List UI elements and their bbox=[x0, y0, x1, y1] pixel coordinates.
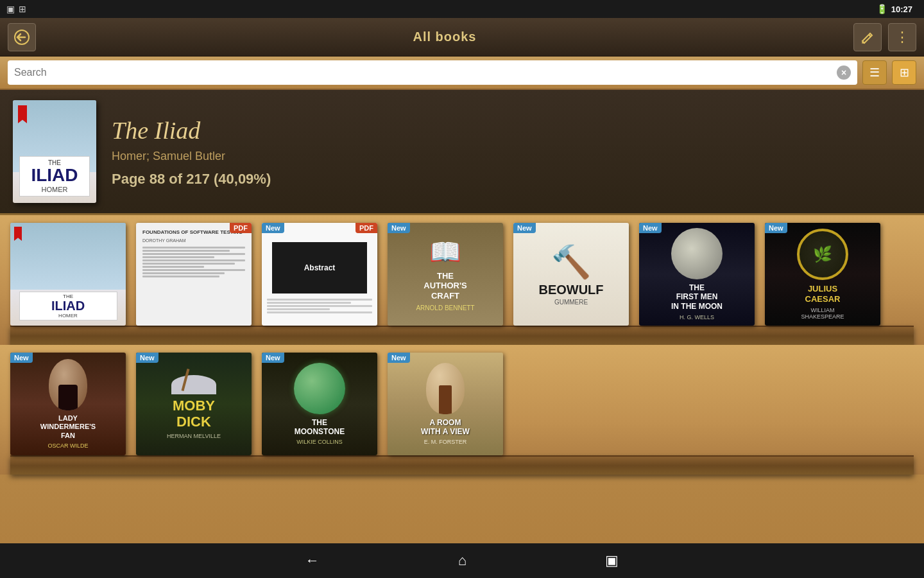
nav-bar: ← ⌂ ▣ bbox=[0, 543, 924, 578]
featured-book-info: The Iliad Homer; Samuel Butler Page 88 o… bbox=[112, 116, 911, 188]
status-icons-right: 🔋 10:27 bbox=[877, 4, 918, 14]
shelf-2-books: New LADYWINDERMERE'SFAN OSCAR WILDE New bbox=[10, 353, 914, 455]
book-cover-pdf-2: New PDF Abstract bbox=[262, 223, 377, 326]
shelf-row-1: THE ILIAD HOMER PDF FOUNDATIONS OF SOFTW… bbox=[0, 215, 924, 345]
book-cover-moonstone: New THEMOONSTONE WILKIE COLLINS bbox=[262, 353, 377, 455]
status-time: 10:27 bbox=[891, 4, 912, 14]
svg-rect-1 bbox=[862, 42, 865, 44]
grid-view-button[interactable]: ⊞ bbox=[892, 60, 916, 85]
menu-dots-icon: ⋮ bbox=[895, 29, 910, 46]
pdf-badge: PDF bbox=[230, 223, 252, 233]
battery-icon: 🔋 bbox=[877, 4, 887, 14]
list-icon: ☰ bbox=[869, 66, 880, 80]
list-view-button[interactable]: ☰ bbox=[862, 60, 887, 85]
book-authors-craft[interactable]: New 📖 THEAUTHOR'SCRAFT ARNOLD BENNETT bbox=[388, 223, 503, 326]
edit-icon bbox=[860, 30, 875, 44]
featured-book-banner[interactable]: THE ILIAD HOMER The Iliad Homer; Samuel … bbox=[0, 90, 924, 215]
status-icons-left: ▣ ⊞ bbox=[6, 4, 26, 14]
book-moonstone[interactable]: New THEMOONSTONE WILKIE COLLINS bbox=[262, 353, 377, 455]
new-badge-room: New bbox=[388, 353, 410, 363]
book-pdf-2[interactable]: New PDF Abstract bbox=[262, 223, 377, 326]
nav-home-button[interactable]: ⌂ bbox=[453, 547, 472, 574]
book-beowulf[interactable]: New 🔨 BEOWULF GUMMERE bbox=[513, 223, 629, 326]
featured-book-title: The Iliad bbox=[112, 116, 911, 144]
book-room-view[interactable]: New A ROOMWITH A VIEW E. M. FORSTER bbox=[388, 353, 503, 455]
new-badge-beowulf: New bbox=[513, 223, 536, 233]
new-badge-pdf2: New bbox=[262, 223, 284, 233]
wifi-icon: ▣ bbox=[6, 4, 15, 14]
new-badge-authors-craft: New bbox=[388, 223, 410, 233]
search-clear-button[interactable]: × bbox=[837, 66, 851, 80]
book-lady-windermere[interactable]: New LADYWINDERMERE'SFAN OSCAR WILDE bbox=[10, 353, 126, 455]
book-iliad[interactable]: THE ILIAD HOMER bbox=[10, 223, 126, 326]
featured-book-progress: Page 88 of 217 (40,09%) bbox=[112, 171, 911, 188]
book-julius-caesar[interactable]: New 🌿 JULIUSCAESAR WILLIAMSHAKESPEARE bbox=[765, 223, 880, 326]
gem-icon bbox=[294, 363, 345, 414]
laurel-icon: 🌿 bbox=[797, 229, 848, 280]
book-cover-iliad: THE ILIAD HOMER bbox=[10, 223, 126, 326]
toolbar: All books ⋮ bbox=[0, 18, 924, 57]
book-cover-julius-caesar: New 🌿 JULIUSCAESAR WILLIAMSHAKESPEARE bbox=[765, 223, 880, 326]
toolbar-actions: ⋮ bbox=[853, 23, 916, 51]
book-cover-moby: New MOBYDICK HERMAN MELVILLE bbox=[136, 353, 252, 455]
new-badge-lady: New bbox=[10, 353, 33, 363]
new-badge-julius: New bbox=[765, 223, 787, 233]
book-cover-lady: New LADYWINDERMERE'SFAN OSCAR WILDE bbox=[10, 353, 126, 455]
nav-back-button[interactable]: ← bbox=[300, 547, 325, 574]
signal-icon: ⊞ bbox=[19, 4, 26, 14]
book-moby-dick[interactable]: New MOBYDICK HERMAN MELVILLE bbox=[136, 353, 252, 455]
featured-book-author: Homer; Samuel Butler bbox=[112, 150, 911, 163]
moon-icon bbox=[671, 228, 723, 279]
status-bar: ▣ ⊞ 🔋 10:27 bbox=[0, 0, 924, 18]
back-button[interactable] bbox=[8, 23, 36, 51]
book-pdf-foundations[interactable]: PDF FOUNDATIONS OF SOFTWARE TESTING DORO… bbox=[136, 223, 252, 326]
book-cover-pdf-foundations: PDF FOUNDATIONS OF SOFTWARE TESTING DORO… bbox=[136, 223, 252, 326]
featured-book-cover: THE ILIAD HOMER bbox=[13, 100, 96, 203]
book-cover-beowulf: New 🔨 BEOWULF GUMMERE bbox=[513, 223, 629, 326]
new-badge-moonstone: New bbox=[262, 353, 284, 363]
bookshelf: THE ILIAD HOMER The Iliad Homer; Samuel … bbox=[0, 90, 924, 543]
menu-button[interactable]: ⋮ bbox=[888, 23, 916, 51]
search-input[interactable] bbox=[14, 67, 837, 78]
book-cover-first-men: New THEFIRST MENIN THE MOON H. G. WELLS bbox=[639, 223, 755, 326]
book-cover-authors-craft: New 📖 THEAUTHOR'SCRAFT ARNOLD BENNETT bbox=[388, 223, 503, 326]
book-cover-room: New A ROOMWITH A VIEW E. M. FORSTER bbox=[388, 353, 503, 455]
search-wrapper[interactable]: × bbox=[8, 60, 857, 85]
edit-button[interactable] bbox=[853, 23, 882, 51]
shelf-row-2: New LADYWINDERMERE'SFAN OSCAR WILDE New bbox=[0, 345, 924, 475]
toolbar-title: All books bbox=[36, 30, 853, 44]
grid-icon: ⊞ bbox=[900, 66, 909, 80]
new-badge-first-men: New bbox=[639, 223, 662, 233]
shelf-1-books: THE ILIAD HOMER PDF FOUNDATIONS OF SOFTW… bbox=[10, 223, 914, 326]
back-icon bbox=[13, 29, 30, 46]
pdf-badge-2: PDF bbox=[355, 223, 377, 233]
new-badge-moby: New bbox=[136, 353, 158, 363]
book-first-men[interactable]: New THEFIRST MENIN THE MOON H. G. WELLS bbox=[639, 223, 755, 326]
search-bar: × ☰ ⊞ bbox=[0, 57, 924, 90]
nav-recent-button[interactable]: ▣ bbox=[600, 547, 624, 574]
